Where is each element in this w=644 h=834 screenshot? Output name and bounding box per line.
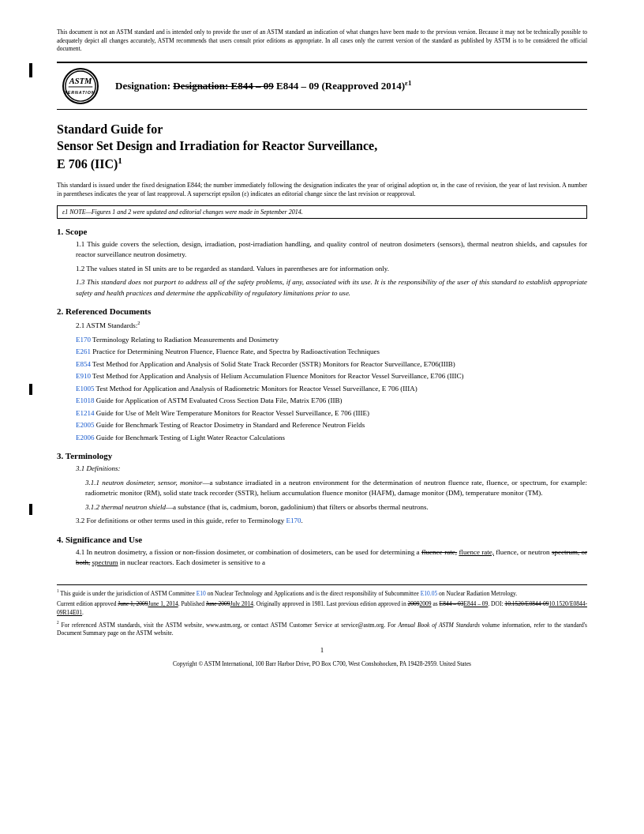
left-marker-2	[29, 384, 32, 395]
ref-text-e261: Practice for Determining Neutron Fluence…	[92, 348, 380, 355]
ref-code-e170: E170	[76, 336, 91, 344]
strikethrough-spectrum: spectrum, or both,	[76, 548, 587, 567]
svg-text:INTERNATIONAL: INTERNATIONAL	[64, 89, 97, 94]
ref-text-e1214: Guide for Use of Melt Wire Temperature M…	[96, 409, 369, 417]
ref-list: E170 Terminology Relating to Radiation M…	[76, 335, 587, 444]
svg-point-0	[66, 70, 95, 100]
epsilon-sup: ε1	[405, 79, 411, 87]
ref-item-e1214: E1214 Guide for Use of Melt Wire Tempera…	[76, 408, 587, 419]
sig-use-heading: 4. Significance and Use	[57, 535, 587, 544]
ref-item-e170: E170 Terminology Relating to Radiation M…	[76, 335, 587, 346]
footnote-1: 1 This guide is under the jurisdiction o…	[57, 588, 587, 598]
scope-para2: 1.2 The values stated in SI units are to…	[76, 264, 587, 275]
epsilon-note: ε1 NOTE—Figures 1 and 2 were updated and…	[57, 205, 587, 219]
ref-item-e910: E910 Test Method for Application and Ana…	[76, 371, 587, 382]
scope-para3: 1.3 This standard does not purport to ad…	[76, 277, 587, 299]
ref-docs-sub: 2.1 ASTM Standards:2	[76, 319, 587, 332]
header-bar: ASTM INTERNATIONAL Designation: Designat…	[57, 62, 587, 110]
page-number: 1	[57, 646, 587, 654]
ref-docs-sup: 2	[137, 320, 140, 325]
left-marker-1	[29, 63, 32, 77]
top-notice: This document is not an ASTM standard an…	[57, 28, 587, 54]
ref-text-e170: Terminology Relating to Radiation Measur…	[92, 336, 279, 344]
ref-item-e2006: E2006 Guide for Benchmark Testing of Lig…	[76, 433, 587, 444]
ref-docs-heading: 2. Referenced Documents	[57, 306, 587, 316]
old-designation: Designation: E844 – 09	[173, 80, 273, 92]
strikethrough-fluence-rate: fluence-rate,	[421, 548, 457, 556]
ref-text-e1005: Test Method for Application and Analysis…	[96, 385, 417, 393]
astm-logo: ASTM INTERNATIONAL	[57, 68, 104, 104]
ref-item-e854: E854 Test Method for Application and Ana…	[76, 359, 587, 370]
ref-code-e2006: E2006	[76, 434, 95, 441]
ref-item-e261: E261 Practice for Determining Neutron Fl…	[76, 347, 587, 358]
ref-item-e1018: E1018 Guide for Application of ASTM Eval…	[76, 396, 587, 407]
designation-prefix: Designation:	[115, 80, 173, 92]
ref-item-e1005: E1005 Test Method for Application and An…	[76, 384, 587, 395]
underline-spectrum: spectrum	[92, 558, 118, 566]
scope-heading: 1. Scope	[57, 227, 587, 236]
footnote-dates: Current edition approved June 1, 2009Jun…	[57, 600, 587, 618]
ref-text-e1018: Guide for Application of ASTM Evaluated …	[96, 396, 343, 404]
standard-notice: This standard is issued under the fixed …	[57, 181, 587, 199]
scope-para1: 1.1 This guide covers the selection, des…	[76, 239, 587, 261]
ref-text-e854: Test Method for Application and Analysis…	[92, 360, 455, 368]
title-sup: 1	[118, 156, 122, 165]
footnote-area: 1 This guide is under the jurisdiction o…	[57, 584, 587, 638]
ref-code-e1214: E1214	[76, 409, 95, 417]
ref-item-e2005: E2005 Guide for Benchmark Testing of Rea…	[76, 420, 587, 431]
ref-code-e1018: E1018	[76, 396, 95, 404]
ref-code-e854: E854	[76, 360, 91, 368]
terminology-def1: 3.1.1 neutron dosimeter, sensor, monitor…	[85, 478, 587, 499]
terminology-link-e170: E170	[286, 517, 301, 524]
ref-text-e2006: Guide for Benchmark Testing of Light Wat…	[96, 434, 285, 441]
left-marker-3	[29, 504, 32, 515]
ref-text-e910: Test Method for Application and Analysis…	[92, 372, 463, 380]
new-designation: E844 – 09 (Reapproved 2014)	[276, 80, 405, 92]
ref-code-e261: E261	[76, 348, 91, 355]
copyright-line: Copyright © ASTM International, 100 Barr…	[57, 660, 587, 667]
fn1-link-e1005: E10.05	[421, 589, 437, 596]
ref-code-e1005: E1005	[76, 385, 95, 393]
terminology-def2: 3.1.2 thermal neutron shield—a substance…	[85, 502, 587, 513]
terminology-heading: 3. Terminology	[57, 451, 587, 460]
ref-code-e2005: E2005	[76, 421, 95, 429]
fn1-link-e10: E10	[197, 589, 206, 596]
designation-line: Designation: Designation: E844 – 09 E844…	[115, 79, 587, 92]
logo-circle: ASTM INTERNATIONAL	[62, 68, 99, 104]
terminology-sub: 3.1 Definitions:	[76, 464, 587, 475]
underline-fluence-rate: fluence rate,	[459, 548, 494, 556]
ref-code-e910: E910	[76, 372, 91, 380]
sig-use-para1: 4.1 In neutron dosimetry, a fission or n…	[76, 547, 587, 569]
designation-block: Designation: Designation: E844 – 09 E844…	[115, 79, 587, 92]
footnote-2: 2 For referenced ASTM standards, visit t…	[57, 620, 587, 638]
title-section: Standard Guide for Sensor Set Design and…	[57, 121, 587, 173]
svg-text:ASTM: ASTM	[69, 77, 92, 85]
ref-text-e2005: Guide for Benchmark Testing of Reactor D…	[96, 421, 365, 429]
document-title: Standard Guide for Sensor Set Design and…	[57, 121, 587, 173]
terminology-para3: 3.2 For definitions or other terms used …	[76, 516, 587, 527]
